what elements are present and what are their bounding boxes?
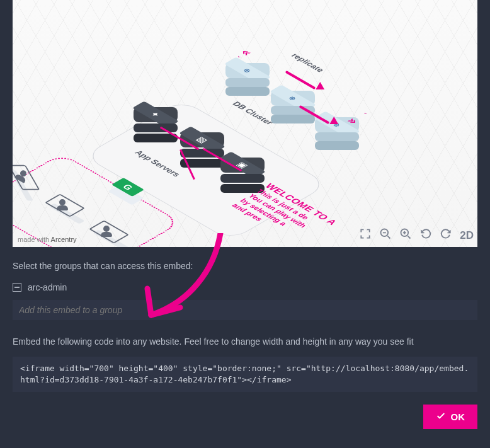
db-stack-1: ⎈ xyxy=(225,60,270,96)
zoom-out-icon[interactable] xyxy=(379,227,392,243)
zoom-in-icon[interactable] xyxy=(399,227,412,243)
embed-instructions-label: Embed the following code into any websit… xyxy=(13,336,477,347)
watermark: made with Arcentry xyxy=(18,236,77,243)
check-icon xyxy=(436,411,446,423)
embed-preview: ⎈ ⎈ ⎈ ✦ ▧ ▣ G « ˇ ˇ » replicate DB Clust… xyxy=(13,0,477,247)
group-row[interactable]: arc-admin xyxy=(13,282,477,292)
redo-icon[interactable] xyxy=(440,227,452,243)
client-3 xyxy=(94,223,132,247)
watermark-prefix: made with xyxy=(18,236,51,243)
ok-button[interactable]: OK xyxy=(423,405,478,429)
group-name: arc-admin xyxy=(28,282,67,292)
app-server-1: ✦ xyxy=(134,107,178,142)
gateway-cube-glyph: G xyxy=(120,183,135,191)
select-groups-label: Select the groups that can access this e… xyxy=(13,261,477,271)
db-stack-2: ⎈ xyxy=(271,88,315,123)
fullscreen-icon[interactable] xyxy=(359,227,372,243)
watermark-brand: Arcentry xyxy=(51,236,77,243)
gateway-cube: G xyxy=(112,180,140,205)
embed-code-block[interactable]: <iframe width="700" height="400" style="… xyxy=(13,357,477,392)
ok-button-label: OK xyxy=(451,411,465,422)
toggle-2d-button[interactable]: 2D xyxy=(460,229,474,242)
undo-icon[interactable] xyxy=(419,227,432,243)
client-2 xyxy=(50,197,88,224)
checkbox-indeterminate-icon[interactable] xyxy=(13,283,21,292)
preview-toolbar: 2D xyxy=(359,227,474,243)
add-group-input[interactable] xyxy=(13,300,477,320)
